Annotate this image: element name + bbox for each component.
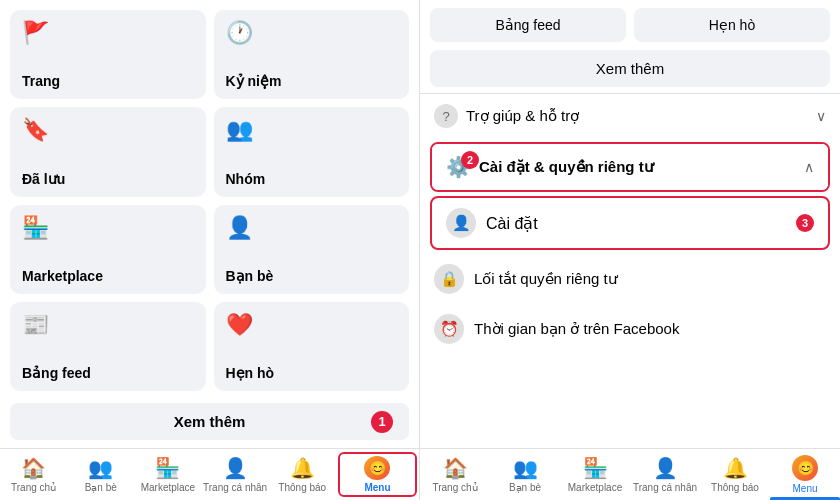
nav-profile-left[interactable]: 👤 Trang cá nhân xyxy=(202,449,269,500)
right-nav-home[interactable]: 🏠 Trang chủ xyxy=(420,449,490,500)
nav-marketplace-left[interactable]: 🏪 Marketplace xyxy=(134,449,201,500)
right-content: Bảng feed Hẹn hò Xem thêm ? Trợ giúp & h… xyxy=(420,0,840,448)
right-nav-profile[interactable]: 👤 Trang cá nhân xyxy=(630,449,700,500)
marketplace-nav-icon-left: 🏪 xyxy=(155,456,180,480)
da-luu-icon: 🔖 xyxy=(22,117,49,143)
xem-them-button-left[interactable]: Xem thêm 1 xyxy=(10,403,409,440)
marketplace-label: Marketplace xyxy=(22,268,103,284)
menu-label-right: Menu xyxy=(792,483,817,494)
xem-them-button-right[interactable]: Xem thêm xyxy=(430,50,830,87)
nav-home-left[interactable]: 🏠 Trang chủ xyxy=(0,449,67,500)
tro-giup-chevron[interactable]: ∨ xyxy=(816,108,826,124)
left-bottom-nav: 🏠 Trang chủ 👥 Bạn bè 🏪 Marketplace 👤 Tra… xyxy=(0,448,419,500)
friends-label-right: Bạn bè xyxy=(509,482,541,493)
home-icon-left: 🏠 xyxy=(21,456,46,480)
nav-menu-left[interactable]: 😊 Menu xyxy=(338,452,417,497)
xem-them-right-label: Xem thêm xyxy=(596,60,664,77)
marketplace-icon: 🏪 xyxy=(22,215,49,241)
notification-icon-right: 🔔 xyxy=(723,456,748,480)
grid-item-nhom[interactable]: 👥 Nhóm xyxy=(214,107,410,196)
nhom-label: Nhóm xyxy=(226,171,266,187)
profile-label-right: Trang cá nhân xyxy=(633,482,697,493)
grid-item-ban-be[interactable]: 👤 Bạn bè xyxy=(214,205,410,294)
friends-icon-right: 👥 xyxy=(513,456,538,480)
ky-niem-label: Kỷ niệm xyxy=(226,73,282,89)
cai-dat-label: Cài đặt xyxy=(486,214,538,233)
main-container: 🚩 Trang 🕐 Kỷ niệm 🔖 Đã lưu 👥 Nhóm 🏪 Mark… xyxy=(0,0,840,500)
notification-label-left: Thông báo xyxy=(278,482,326,493)
hen-ho-btn[interactable]: Hẹn hò xyxy=(634,8,830,42)
menu-avatar-left: 😊 xyxy=(364,456,390,480)
badge-3: 3 xyxy=(796,214,814,232)
home-icon-right: 🏠 xyxy=(443,456,468,480)
ban-be-icon: 👤 xyxy=(226,215,253,241)
profile-label-left: Trang cá nhân xyxy=(203,482,267,493)
cai-dat-item[interactable]: 👤 Cài đặt 3 xyxy=(430,196,830,250)
grid-container: 🚩 Trang 🕐 Kỷ niệm 🔖 Đã lưu 👥 Nhóm 🏪 Mark… xyxy=(0,0,419,397)
profile-icon-right: 👤 xyxy=(653,456,678,480)
loi-tat-item[interactable]: 🔒 Lối tắt quyền riêng tư xyxy=(420,254,840,304)
right-nav-notification[interactable]: 🔔 Thông báo xyxy=(700,449,770,500)
home-label-right: Trang chủ xyxy=(432,482,477,493)
loi-tat-icon: 🔒 xyxy=(434,264,464,294)
menu-label-left: Menu xyxy=(364,482,390,493)
grid-item-bang-feed[interactable]: 📰 Bảng feed xyxy=(10,302,206,391)
bang-feed-btn[interactable]: Bảng feed xyxy=(430,8,626,42)
settings-label: Cài đặt & quyền riêng tư xyxy=(479,158,654,176)
friends-label-left: Bạn bè xyxy=(85,482,117,493)
top-buttons-row: Bảng feed Hẹn hò xyxy=(420,0,840,46)
right-panel: Bảng feed Hẹn hò Xem thêm ? Trợ giúp & h… xyxy=(420,0,840,500)
ky-niem-icon: 🕐 xyxy=(226,20,253,46)
tro-giup-label: Trợ giúp & hỗ trợ xyxy=(466,107,579,125)
badge-1: 1 xyxy=(371,411,393,433)
thoi-gian-item[interactable]: ⏰ Thời gian bạn ở trên Facebook xyxy=(420,304,840,354)
loi-tat-label: Lối tắt quyền riêng tư xyxy=(474,270,618,288)
marketplace-icon-right: 🏪 xyxy=(583,456,608,480)
da-luu-label: Đã lưu xyxy=(22,171,65,187)
grid-item-trang[interactable]: 🚩 Trang xyxy=(10,10,206,99)
trang-label: Trang xyxy=(22,73,60,89)
nhom-icon: 👥 xyxy=(226,117,253,143)
bang-feed-label: Bảng feed xyxy=(22,365,91,381)
ban-be-label: Bạn bè xyxy=(226,268,274,284)
settings-chevron[interactable]: ∧ xyxy=(804,159,814,175)
bang-feed-icon: 📰 xyxy=(22,312,49,338)
grid-item-marketplace[interactable]: 🏪 Marketplace xyxy=(10,205,206,294)
marketplace-label-right: Marketplace xyxy=(568,482,622,493)
left-panel: 🚩 Trang 🕐 Kỷ niệm 🔖 Đã lưu 👥 Nhóm 🏪 Mark… xyxy=(0,0,420,500)
marketplace-nav-label-left: Marketplace xyxy=(141,482,195,493)
badge-2: 2 xyxy=(461,151,479,169)
notification-label-right: Thông báo xyxy=(711,482,759,493)
nav-notification-left[interactable]: 🔔 Thông báo xyxy=(269,449,336,500)
hen-ho-btn-label: Hẹn hò xyxy=(709,17,755,33)
thoi-gian-label: Thời gian bạn ở trên Facebook xyxy=(474,320,679,338)
right-nav-marketplace[interactable]: 🏪 Marketplace xyxy=(560,449,630,500)
settings-header[interactable]: ⚙️ 2 Cài đặt & quyền riêng tư ∧ xyxy=(432,144,828,190)
cai-dat-icon: 👤 xyxy=(446,208,476,238)
hen-ho-label: Hẹn hò xyxy=(226,365,275,381)
tro-giup-header-left: ? Trợ giúp & hỗ trợ xyxy=(434,104,579,128)
xem-them-left-label: Xem thêm xyxy=(174,413,246,430)
home-label-left: Trang chủ xyxy=(11,482,56,493)
grid-item-hen-ho[interactable]: ❤️ Hẹn hò xyxy=(214,302,410,391)
friends-icon-left: 👥 xyxy=(88,456,113,480)
right-nav-friends[interactable]: 👥 Bạn bè xyxy=(490,449,560,500)
notification-icon-left: 🔔 xyxy=(290,456,315,480)
trang-icon: 🚩 xyxy=(22,20,49,46)
hen-ho-icon: ❤️ xyxy=(226,312,253,338)
profile-icon-left: 👤 xyxy=(223,456,248,480)
gear-icon: ⚙️ 2 xyxy=(446,155,471,179)
settings-section: ⚙️ 2 Cài đặt & quyền riêng tư ∧ xyxy=(430,142,830,192)
tro-giup-icon: ? xyxy=(434,104,458,128)
nav-friends-left[interactable]: 👥 Bạn bè xyxy=(67,449,134,500)
right-bottom-nav: 🏠 Trang chủ 👥 Bạn bè 🏪 Marketplace 👤 Tra… xyxy=(420,448,840,500)
grid-item-ky-niem[interactable]: 🕐 Kỷ niệm xyxy=(214,10,410,99)
tro-giup-section[interactable]: ? Trợ giúp & hỗ trợ ∨ xyxy=(420,93,840,138)
bang-feed-btn-label: Bảng feed xyxy=(495,17,560,33)
settings-header-left: ⚙️ 2 Cài đặt & quyền riêng tư xyxy=(446,155,654,179)
right-nav-menu[interactable]: 😊 Menu xyxy=(770,449,840,500)
grid-item-da-luu[interactable]: 🔖 Đã lưu xyxy=(10,107,206,196)
thoi-gian-icon: ⏰ xyxy=(434,314,464,344)
menu-avatar-right: 😊 xyxy=(792,455,818,481)
